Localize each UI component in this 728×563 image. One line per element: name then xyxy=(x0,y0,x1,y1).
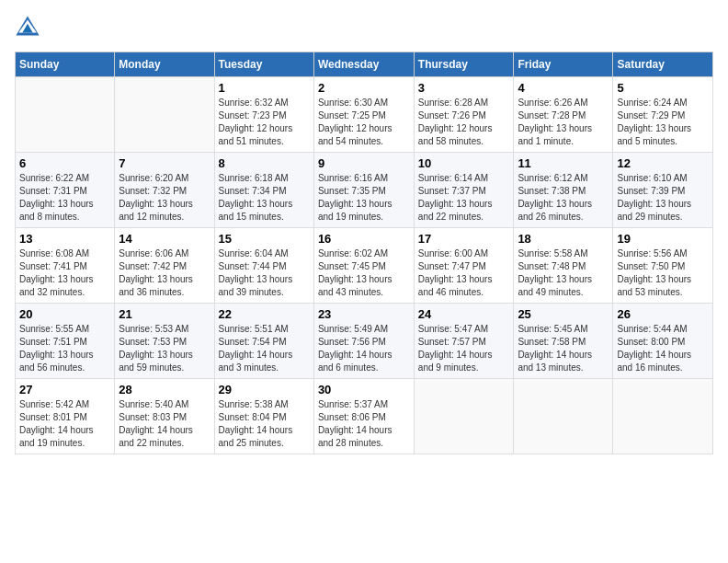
day-number: 27 xyxy=(19,383,110,396)
day-number: 14 xyxy=(119,232,210,246)
calendar-cell: 27Sunrise: 5:42 AM Sunset: 8:01 PM Dayli… xyxy=(16,379,115,454)
day-number: 6 xyxy=(19,156,110,170)
calendar-cell: 25Sunrise: 5:45 AM Sunset: 7:58 PM Dayli… xyxy=(514,304,613,379)
weekday-header-sunday: Sunday xyxy=(16,52,115,77)
calendar-cell: 19Sunrise: 5:56 AM Sunset: 7:50 PM Dayli… xyxy=(613,228,713,304)
day-number: 4 xyxy=(518,81,609,95)
day-number: 1 xyxy=(219,81,310,95)
weekday-header-wednesday: Wednesday xyxy=(313,52,414,77)
day-info: Sunrise: 6:12 AM Sunset: 7:38 PM Dayligh… xyxy=(518,172,609,224)
week-row-5: 27Sunrise: 5:42 AM Sunset: 8:01 PM Dayli… xyxy=(16,379,713,454)
day-number: 26 xyxy=(617,307,709,321)
day-info: Sunrise: 6:16 AM Sunset: 7:35 PM Dayligh… xyxy=(318,172,410,224)
day-info: Sunrise: 6:18 AM Sunset: 7:34 PM Dayligh… xyxy=(219,172,310,224)
calendar-cell xyxy=(16,77,115,153)
day-number: 10 xyxy=(418,156,510,170)
calendar-cell: 7Sunrise: 6:20 AM Sunset: 7:32 PM Daylig… xyxy=(115,153,214,228)
day-number: 13 xyxy=(19,232,110,246)
calendar-cell: 24Sunrise: 5:47 AM Sunset: 7:57 PM Dayli… xyxy=(414,304,514,379)
day-number: 25 xyxy=(518,307,609,321)
day-number: 8 xyxy=(219,156,310,170)
weekday-header-friday: Friday xyxy=(514,52,613,77)
day-info: Sunrise: 5:42 AM Sunset: 8:01 PM Dayligh… xyxy=(19,398,110,450)
week-row-1: 1Sunrise: 6:32 AM Sunset: 7:23 PM Daylig… xyxy=(16,77,713,153)
day-number: 28 xyxy=(119,383,210,396)
day-number: 18 xyxy=(518,232,609,246)
day-number: 23 xyxy=(318,307,410,321)
logo-icon xyxy=(15,15,40,40)
logo xyxy=(15,15,44,40)
day-info: Sunrise: 6:14 AM Sunset: 7:37 PM Dayligh… xyxy=(418,172,510,224)
calendar-cell: 3Sunrise: 6:28 AM Sunset: 7:26 PM Daylig… xyxy=(414,77,514,153)
calendar-cell: 6Sunrise: 6:22 AM Sunset: 7:31 PM Daylig… xyxy=(16,153,115,228)
calendar-cell: 15Sunrise: 6:04 AM Sunset: 7:44 PM Dayli… xyxy=(214,228,313,304)
calendar-cell: 5Sunrise: 6:24 AM Sunset: 7:29 PM Daylig… xyxy=(613,77,713,153)
day-number: 22 xyxy=(219,307,310,321)
calendar-cell: 12Sunrise: 6:10 AM Sunset: 7:39 PM Dayli… xyxy=(613,153,713,228)
day-info: Sunrise: 5:53 AM Sunset: 7:53 PM Dayligh… xyxy=(119,323,210,374)
calendar-table: SundayMondayTuesdayWednesdayThursdayFrid… xyxy=(15,52,713,454)
calendar-cell: 18Sunrise: 5:58 AM Sunset: 7:48 PM Dayli… xyxy=(514,228,613,304)
calendar-cell: 21Sunrise: 5:53 AM Sunset: 7:53 PM Dayli… xyxy=(115,304,214,379)
week-row-2: 6Sunrise: 6:22 AM Sunset: 7:31 PM Daylig… xyxy=(16,153,713,228)
calendar-cell xyxy=(414,379,514,454)
day-info: Sunrise: 6:32 AM Sunset: 7:23 PM Dayligh… xyxy=(219,97,310,148)
day-number: 11 xyxy=(518,156,609,170)
calendar-cell: 10Sunrise: 6:14 AM Sunset: 7:37 PM Dayli… xyxy=(414,153,514,228)
day-number: 21 xyxy=(119,307,210,321)
weekday-header-saturday: Saturday xyxy=(613,52,713,77)
calendar-cell: 29Sunrise: 5:38 AM Sunset: 8:04 PM Dayli… xyxy=(214,379,313,454)
calendar-cell: 4Sunrise: 6:26 AM Sunset: 7:28 PM Daylig… xyxy=(514,77,613,153)
weekday-header-monday: Monday xyxy=(115,52,214,77)
day-info: Sunrise: 6:04 AM Sunset: 7:44 PM Dayligh… xyxy=(219,247,310,299)
day-info: Sunrise: 5:55 AM Sunset: 7:51 PM Dayligh… xyxy=(19,323,110,374)
day-info: Sunrise: 5:51 AM Sunset: 7:54 PM Dayligh… xyxy=(219,323,310,374)
day-info: Sunrise: 5:47 AM Sunset: 7:57 PM Dayligh… xyxy=(418,323,510,374)
week-row-4: 20Sunrise: 5:55 AM Sunset: 7:51 PM Dayli… xyxy=(16,304,713,379)
day-number: 7 xyxy=(119,156,210,170)
day-info: Sunrise: 5:37 AM Sunset: 8:06 PM Dayligh… xyxy=(318,398,410,450)
day-info: Sunrise: 6:02 AM Sunset: 7:45 PM Dayligh… xyxy=(318,247,410,299)
day-info: Sunrise: 6:30 AM Sunset: 7:25 PM Dayligh… xyxy=(318,97,410,148)
calendar-cell: 30Sunrise: 5:37 AM Sunset: 8:06 PM Dayli… xyxy=(313,379,414,454)
day-info: Sunrise: 6:20 AM Sunset: 7:32 PM Dayligh… xyxy=(119,172,210,224)
calendar-cell: 2Sunrise: 6:30 AM Sunset: 7:25 PM Daylig… xyxy=(313,77,414,153)
weekday-header-thursday: Thursday xyxy=(414,52,514,77)
calendar-cell: 22Sunrise: 5:51 AM Sunset: 7:54 PM Dayli… xyxy=(214,304,313,379)
day-info: Sunrise: 5:45 AM Sunset: 7:58 PM Dayligh… xyxy=(518,323,609,374)
day-number: 16 xyxy=(318,232,410,246)
calendar-cell: 13Sunrise: 6:08 AM Sunset: 7:41 PM Dayli… xyxy=(16,228,115,304)
calendar-cell xyxy=(613,379,713,454)
day-info: Sunrise: 6:10 AM Sunset: 7:39 PM Dayligh… xyxy=(617,172,709,224)
day-info: Sunrise: 6:22 AM Sunset: 7:31 PM Dayligh… xyxy=(19,172,110,224)
calendar-cell: 28Sunrise: 5:40 AM Sunset: 8:03 PM Dayli… xyxy=(115,379,214,454)
day-info: Sunrise: 5:49 AM Sunset: 7:56 PM Dayligh… xyxy=(318,323,410,374)
calendar-cell: 14Sunrise: 6:06 AM Sunset: 7:42 PM Dayli… xyxy=(115,228,214,304)
day-info: Sunrise: 5:56 AM Sunset: 7:50 PM Dayligh… xyxy=(617,247,709,299)
day-number: 2 xyxy=(318,81,410,95)
calendar-cell xyxy=(514,379,613,454)
day-info: Sunrise: 5:58 AM Sunset: 7:48 PM Dayligh… xyxy=(518,247,609,299)
day-info: Sunrise: 6:06 AM Sunset: 7:42 PM Dayligh… xyxy=(119,247,210,299)
calendar-cell: 23Sunrise: 5:49 AM Sunset: 7:56 PM Dayli… xyxy=(313,304,414,379)
calendar-cell: 16Sunrise: 6:02 AM Sunset: 7:45 PM Dayli… xyxy=(313,228,414,304)
week-row-3: 13Sunrise: 6:08 AM Sunset: 7:41 PM Dayli… xyxy=(16,228,713,304)
day-number: 15 xyxy=(219,232,310,246)
day-info: Sunrise: 5:44 AM Sunset: 8:00 PM Dayligh… xyxy=(617,323,709,374)
day-number: 19 xyxy=(617,232,709,246)
day-info: Sunrise: 6:08 AM Sunset: 7:41 PM Dayligh… xyxy=(19,247,110,299)
weekday-header-tuesday: Tuesday xyxy=(214,52,313,77)
calendar-cell: 8Sunrise: 6:18 AM Sunset: 7:34 PM Daylig… xyxy=(214,153,313,228)
day-number: 3 xyxy=(418,81,510,95)
day-number: 20 xyxy=(19,307,110,321)
day-number: 17 xyxy=(418,232,510,246)
day-number: 30 xyxy=(318,383,410,396)
day-number: 5 xyxy=(617,81,709,95)
day-info: Sunrise: 6:28 AM Sunset: 7:26 PM Dayligh… xyxy=(418,97,510,148)
calendar-cell: 1Sunrise: 6:32 AM Sunset: 7:23 PM Daylig… xyxy=(214,77,313,153)
calendar-cell: 20Sunrise: 5:55 AM Sunset: 7:51 PM Dayli… xyxy=(16,304,115,379)
header xyxy=(15,15,713,40)
day-info: Sunrise: 6:26 AM Sunset: 7:28 PM Dayligh… xyxy=(518,97,609,148)
calendar-cell: 9Sunrise: 6:16 AM Sunset: 7:35 PM Daylig… xyxy=(313,153,414,228)
weekday-header-row: SundayMondayTuesdayWednesdayThursdayFrid… xyxy=(16,52,713,77)
